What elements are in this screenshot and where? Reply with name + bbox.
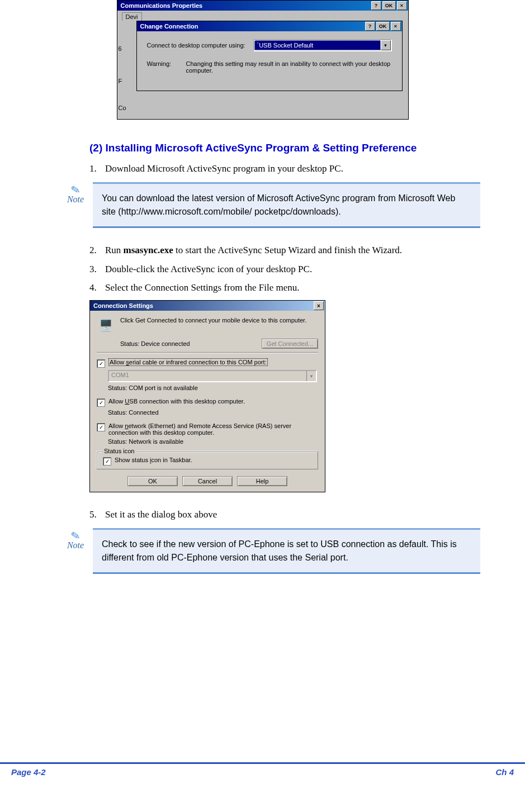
status-icon-group: Status icon ✓ Show status icon in Taskba…: [97, 452, 318, 469]
cs-status: Status: Device connected: [120, 340, 262, 347]
note-icon: ✎ Note: [62, 528, 89, 550]
note-icon: ✎ Note: [62, 182, 89, 205]
ok-button[interactable]: OK: [127, 476, 178, 486]
pencil-icon: ✎: [61, 183, 90, 197]
list-item: 3. Double-click the ActiveSync icon of y…: [89, 263, 480, 276]
serial-status: Status: COM port is not available: [108, 384, 318, 391]
step-text: Double-click the ActiveSync icon of your…: [105, 263, 312, 276]
pencil-icon: ✎: [61, 529, 90, 543]
serial-option-label: Allow serial cable or infrared connectio…: [108, 359, 318, 365]
chevron-down-icon: ▼: [306, 371, 316, 381]
note-block: ✎ Note Check to see if the new version o…: [62, 528, 480, 574]
change-conn-titlebar: Change Connection ? OK ×: [137, 21, 402, 31]
device-icon: 🖥️: [97, 316, 115, 334]
side-stub: F: [119, 78, 122, 84]
cs-intro-text: Click Get Connected to connect your mobi…: [120, 316, 318, 334]
chevron-down-icon[interactable]: ▼: [381, 40, 391, 50]
help-button[interactable]: ?: [371, 1, 381, 10]
divider: [97, 352, 318, 353]
step-number: 4.: [89, 281, 105, 295]
checkbox-network[interactable]: ✓: [97, 423, 105, 431]
connection-settings-window: Connection Settings × 🖥️ Click Get Conne…: [89, 300, 325, 492]
page-number: Page 4-2: [11, 767, 46, 777]
note-text: You can download the latest version of M…: [93, 182, 480, 228]
connect-using-label: Connect to desktop computer using:: [147, 42, 253, 49]
side-stub: Co: [119, 105, 126, 111]
cs-titlebar: Connection Settings ×: [90, 301, 325, 311]
close-icon[interactable]: ×: [391, 22, 401, 31]
chapter-label: Ch 4: [495, 767, 514, 777]
list-item: 4. Select the Connection Settings from t…: [89, 281, 480, 295]
communications-properties-window: Communications Properties ? OK × Devi Ch…: [117, 0, 409, 120]
network-status: Status: Network is available: [108, 438, 318, 445]
group-label: Status icon: [102, 448, 136, 454]
dropdown-value: `USB Socket Default: [254, 40, 381, 50]
comm-prop-titlebar: Communications Properties ? OK ×: [117, 1, 408, 11]
help-button[interactable]: ?: [365, 22, 375, 31]
comm-prop-title: Communications Properties: [119, 2, 370, 9]
side-stub: 6: [119, 45, 122, 52]
step-text: Select the Connection Settings from the …: [105, 281, 300, 295]
checkbox-usb[interactable]: ✓: [97, 398, 105, 407]
usb-status: Status: Connected: [108, 409, 318, 416]
close-icon[interactable]: ×: [314, 301, 324, 310]
step-text: Run msasync.exe to start the ActiveSync …: [105, 244, 402, 257]
step-text: Set it as the dialog box above: [105, 508, 217, 521]
change-connection-window: Change Connection ? OK × Connect to desk…: [136, 21, 403, 91]
com-port-value: COM1: [109, 371, 306, 381]
get-connected-button[interactable]: Get Connected...: [262, 339, 318, 349]
checkbox-serial[interactable]: ✓: [97, 359, 105, 368]
cancel-button[interactable]: Cancel: [182, 476, 233, 486]
step-number: 3.: [89, 263, 105, 276]
step-number: 2.: [89, 244, 105, 257]
warning-label: Warning:: [147, 60, 186, 74]
section-heading: (2) Installing Microsoft ActiveSync Prog…: [89, 142, 480, 154]
list-item: 5. Set it as the dialog box above: [89, 508, 480, 521]
usb-option-label: Allow USB connection with this desktop c…: [108, 398, 318, 405]
step-number: 5.: [89, 508, 105, 521]
close-icon[interactable]: ×: [397, 1, 407, 10]
connection-dropdown[interactable]: `USB Socket Default ▼: [253, 39, 392, 51]
note-text: Check to see if the new version of PC-Ep…: [93, 528, 480, 574]
network-option-label: Allow network (Ethernet) and Remote Acce…: [108, 422, 318, 436]
page-footer: Page 4-2 Ch 4: [0, 762, 525, 777]
taskbar-option-label: Show status icon in Taskbar.: [115, 457, 312, 463]
ok-button[interactable]: OK: [382, 1, 396, 10]
ok-button[interactable]: OK: [376, 22, 390, 31]
note-block: ✎ Note You can download the latest versi…: [62, 182, 480, 228]
help-button[interactable]: Help: [237, 476, 287, 486]
checkbox-taskbar[interactable]: ✓: [103, 457, 111, 466]
step-text: Download Microsoft ActiveSync program in…: [105, 162, 343, 175]
change-conn-title: Change Connection: [138, 23, 364, 30]
list-item: 1. Download Microsoft ActiveSync program…: [89, 162, 480, 175]
tab-stub[interactable]: Devi: [122, 12, 142, 21]
step-number: 1.: [89, 162, 105, 175]
com-port-dropdown[interactable]: COM1 ▼: [108, 370, 317, 382]
cs-title: Connection Settings: [91, 302, 314, 309]
warning-text: Changing this setting may result in an i…: [186, 60, 392, 74]
list-item: 2. Run msasync.exe to start the ActiveSy…: [89, 244, 480, 257]
